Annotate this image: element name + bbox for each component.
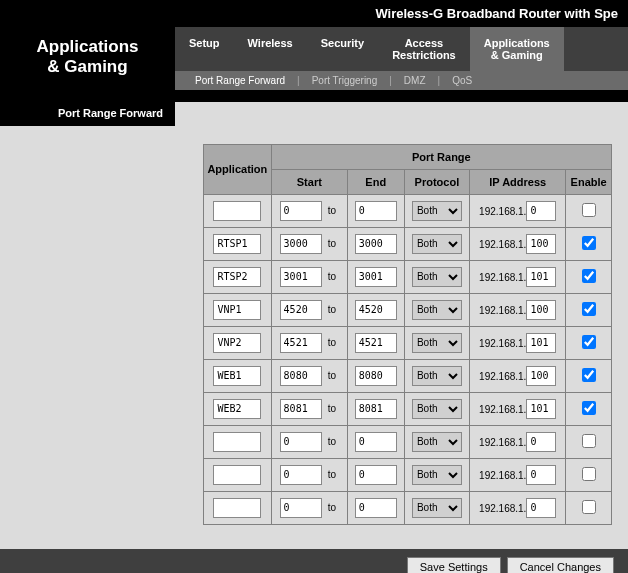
table-row: to Both192.168.1. — [204, 194, 612, 227]
ip-input[interactable] — [526, 300, 556, 320]
page-label-row: Port Range Forward — [0, 102, 628, 126]
start-input[interactable] — [280, 267, 322, 287]
start-input[interactable] — [280, 498, 322, 518]
subtab-dmz[interactable]: DMZ — [392, 75, 438, 86]
enable-checkbox[interactable] — [582, 302, 596, 316]
ip-prefix: 192.168.1. — [479, 403, 526, 414]
subtab-port-triggering[interactable]: Port Triggering — [300, 75, 390, 86]
protocol-select[interactable]: Both — [412, 201, 462, 221]
enable-checkbox[interactable] — [582, 467, 596, 481]
application-input[interactable] — [213, 234, 261, 254]
protocol-select[interactable]: Both — [412, 498, 462, 518]
protocol-select[interactable]: Both — [412, 333, 462, 353]
end-input[interactable] — [355, 498, 397, 518]
end-input[interactable] — [355, 366, 397, 386]
col-enable: Enable — [566, 169, 612, 194]
tab-setup[interactable]: Setup — [175, 27, 234, 71]
ip-input[interactable] — [526, 399, 556, 419]
table-row: to Both192.168.1. — [204, 491, 612, 524]
protocol-select[interactable]: Both — [412, 300, 462, 320]
to-label: to — [325, 238, 339, 249]
tab-access[interactable]: Access Restrictions — [378, 27, 470, 71]
col-application: Application — [204, 144, 272, 194]
protocol-select[interactable]: Both — [412, 366, 462, 386]
ip-prefix: 192.168.1. — [479, 502, 526, 513]
ip-input[interactable] — [526, 234, 556, 254]
enable-checkbox[interactable] — [582, 434, 596, 448]
protocol-select[interactable]: Both — [412, 399, 462, 419]
subtab-qos[interactable]: QoS — [440, 75, 484, 86]
start-input[interactable] — [280, 366, 322, 386]
protocol-select[interactable]: Both — [412, 432, 462, 452]
enable-checkbox[interactable] — [582, 368, 596, 382]
cancel-button[interactable]: Cancel Changes — [507, 557, 614, 573]
table-row: to Both192.168.1. — [204, 260, 612, 293]
tab-apps-gaming[interactable]: Applications & Gaming — [470, 27, 564, 71]
end-input[interactable] — [355, 201, 397, 221]
content-area: Application Port Range Start End Protoco… — [175, 126, 628, 549]
protocol-select[interactable]: Both — [412, 465, 462, 485]
end-input[interactable] — [355, 300, 397, 320]
spacer — [175, 102, 628, 126]
application-input[interactable] — [213, 366, 261, 386]
table-row: to Both192.168.1. — [204, 293, 612, 326]
ip-input[interactable] — [526, 465, 556, 485]
application-input[interactable] — [213, 333, 261, 353]
save-button[interactable]: Save Settings — [407, 557, 501, 573]
ip-prefix: 192.168.1. — [479, 436, 526, 447]
application-input[interactable] — [213, 201, 261, 221]
ip-prefix: 192.168.1. — [479, 238, 526, 249]
start-input[interactable] — [280, 201, 322, 221]
end-input[interactable] — [355, 432, 397, 452]
start-input[interactable] — [280, 399, 322, 419]
start-input[interactable] — [280, 465, 322, 485]
ip-input[interactable] — [526, 201, 556, 221]
end-input[interactable] — [355, 399, 397, 419]
table-row: to Both192.168.1. — [204, 227, 612, 260]
application-input[interactable] — [213, 399, 261, 419]
start-input[interactable] — [280, 432, 322, 452]
subtab-port-range-forward[interactable]: Port Range Forward — [183, 75, 297, 86]
enable-checkbox[interactable] — [582, 203, 596, 217]
table-row: to Both192.168.1. — [204, 392, 612, 425]
tab-wireless[interactable]: Wireless — [234, 27, 307, 71]
application-input[interactable] — [213, 465, 261, 485]
header: Applications & Gaming Setup Wireless Sec… — [0, 27, 628, 102]
application-input[interactable] — [213, 432, 261, 452]
start-input[interactable] — [280, 234, 322, 254]
ip-input[interactable] — [526, 498, 556, 518]
table-row: to Both192.168.1. — [204, 326, 612, 359]
ip-prefix: 192.168.1. — [479, 304, 526, 315]
footer: Save Settings Cancel Changes — [0, 549, 628, 573]
ip-input[interactable] — [526, 366, 556, 386]
enable-checkbox[interactable] — [582, 236, 596, 250]
start-input[interactable] — [280, 333, 322, 353]
ip-prefix: 192.168.1. — [479, 469, 526, 480]
ip-input[interactable] — [526, 267, 556, 287]
content-left — [0, 126, 175, 549]
application-input[interactable] — [213, 300, 261, 320]
enable-checkbox[interactable] — [582, 335, 596, 349]
application-input[interactable] — [213, 498, 261, 518]
end-input[interactable] — [355, 267, 397, 287]
enable-checkbox[interactable] — [582, 269, 596, 283]
to-label: to — [325, 403, 339, 414]
end-input[interactable] — [355, 234, 397, 254]
protocol-select[interactable]: Both — [412, 267, 462, 287]
end-input[interactable] — [355, 333, 397, 353]
table-row: to Both192.168.1. — [204, 458, 612, 491]
col-ip: IP Address — [470, 169, 566, 194]
ip-input[interactable] — [526, 432, 556, 452]
ip-input[interactable] — [526, 333, 556, 353]
protocol-select[interactable]: Both — [412, 234, 462, 254]
col-start: Start — [271, 169, 347, 194]
start-input[interactable] — [280, 300, 322, 320]
to-label: to — [325, 205, 339, 216]
col-end: End — [347, 169, 404, 194]
tab-security[interactable]: Security — [307, 27, 378, 71]
end-input[interactable] — [355, 465, 397, 485]
application-input[interactable] — [213, 267, 261, 287]
to-label: to — [325, 337, 339, 348]
enable-checkbox[interactable] — [582, 401, 596, 415]
enable-checkbox[interactable] — [582, 500, 596, 514]
